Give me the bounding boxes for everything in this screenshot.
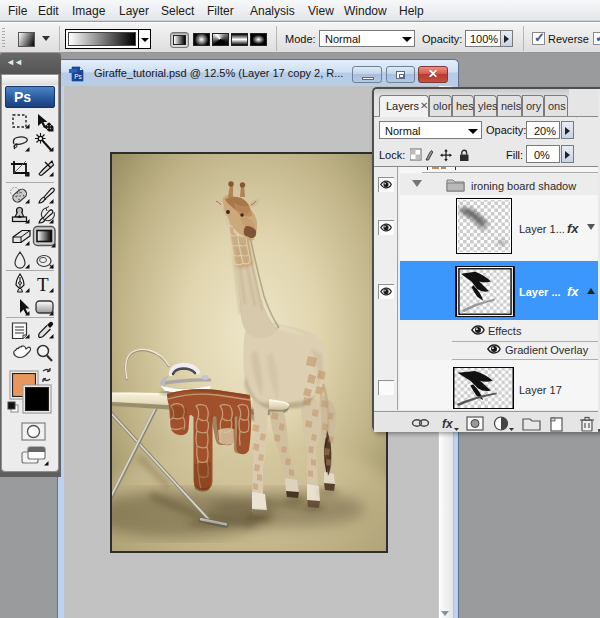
svg-text:fx: fx	[442, 417, 454, 431]
svg-text:T: T	[37, 274, 49, 295]
svg-text:Ps: Ps	[74, 73, 82, 80]
